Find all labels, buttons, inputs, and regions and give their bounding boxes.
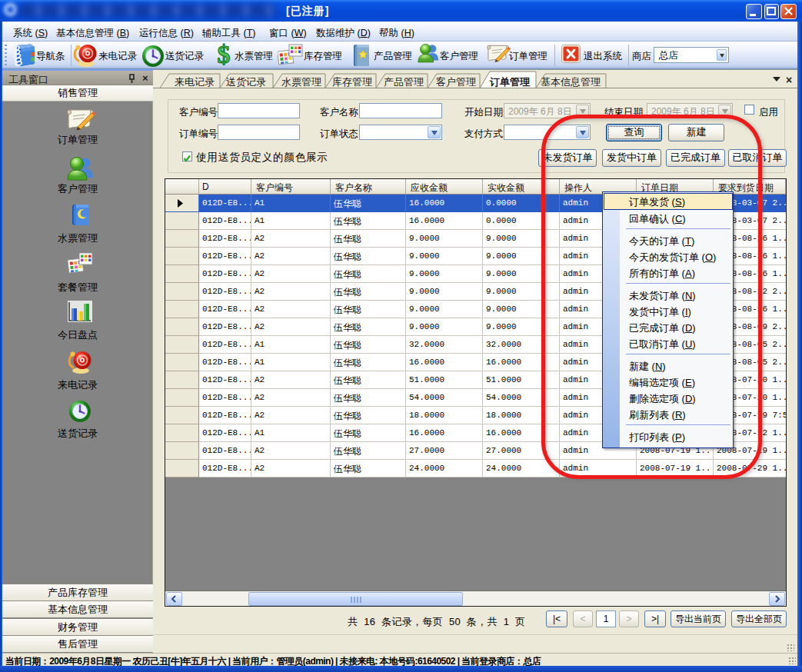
svg-text:$: $ [218, 41, 231, 68]
